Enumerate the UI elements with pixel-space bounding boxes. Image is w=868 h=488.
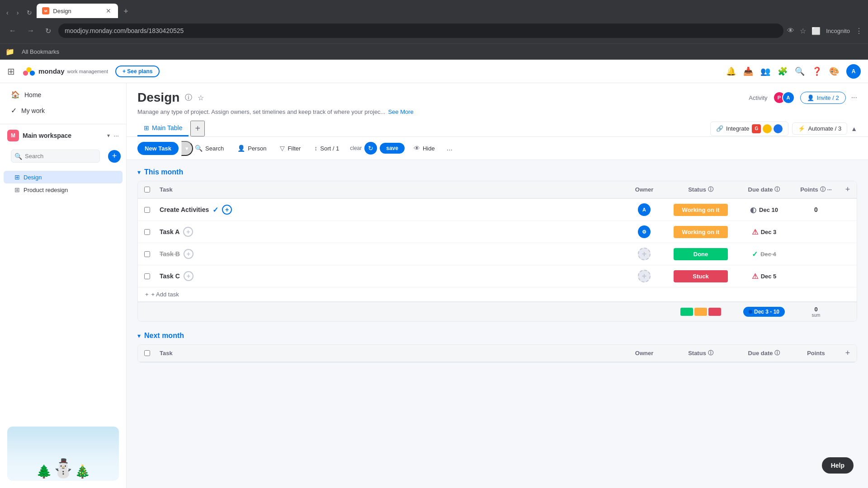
hide-button[interactable]: 👁 Hide [409, 142, 439, 155]
help-top-icon[interactable]: ❓ [812, 66, 822, 76]
row-checkbox-2[interactable] [144, 229, 150, 235]
owner-avatar-2[interactable]: ⚙ [638, 225, 651, 238]
extensions-icon[interactable]: ⋮ [855, 27, 863, 35]
board-info-icon[interactable]: ⓘ [185, 93, 192, 103]
points-info-icon: ⓘ [820, 186, 826, 193]
search-button[interactable]: 🔍 Search [190, 142, 228, 155]
see-plans-button[interactable]: + See plans [115, 66, 160, 77]
bookmarks-label[interactable]: All Bookmarks [18, 47, 63, 56]
nm-header-add[interactable]: + [839, 348, 857, 358]
group-toggle-this-month[interactable]: ▾ [137, 169, 141, 176]
workspace-name: Main workspace [23, 132, 104, 139]
home-icon: 🏠 [11, 90, 20, 99]
sidebar-item-product-redesign[interactable]: ⊞ Product redesign [4, 183, 123, 196]
owner-avatar-3[interactable]: + [638, 248, 651, 260]
back-button[interactable]: ← [5, 24, 20, 38]
status-badge-2[interactable]: Working on it [674, 226, 728, 238]
automate-button[interactable]: ⚡ Automate / 3 [792, 122, 847, 135]
gmail-icon: G [752, 124, 761, 133]
sidebar-search-input[interactable] [11, 150, 100, 163]
new-tab-button[interactable]: + [120, 5, 132, 18]
row-points-3 [793, 249, 839, 258]
sidebar-add-button[interactable]: + [108, 150, 121, 163]
filter-circle-icon[interactable]: ↻ [364, 142, 377, 155]
address-input[interactable]: moodjoy.monday.com/boards/1830420525 [58, 23, 783, 38]
forward-button[interactable]: → [24, 24, 38, 38]
collapse-button[interactable]: ▲ [851, 125, 857, 132]
nm-header-checkbox[interactable] [144, 350, 150, 356]
sidebar-item-home[interactable]: 🏠 Home [4, 87, 123, 103]
workspace-more-icon[interactable]: ··· [113, 132, 119, 139]
user-avatar[interactable]: A [846, 64, 861, 79]
cast-icon[interactable]: ⬜ [811, 27, 821, 35]
row-checkbox-3[interactable] [144, 251, 150, 257]
palette-icon[interactable]: 🎨 [829, 66, 839, 76]
tab-add-button[interactable]: + [190, 121, 205, 136]
owner-avatar-1[interactable]: A [638, 203, 651, 216]
tab-close-button[interactable]: ✕ [104, 7, 113, 15]
people-icon[interactable]: 👥 [760, 66, 770, 76]
due-date-4[interactable]: Dec 5 [761, 273, 777, 280]
task-person-add-2[interactable]: + [183, 227, 193, 237]
table-row: Task B + + Done [138, 243, 857, 265]
due-date-1[interactable]: Dec 10 [759, 206, 778, 213]
save-filter-button[interactable]: save [380, 143, 405, 154]
task-person-add-3[interactable]: + [184, 249, 193, 259]
tab-prev-button[interactable]: ‹ [4, 7, 11, 18]
task-person-add-1[interactable]: + [222, 205, 232, 215]
row-checkbox-1[interactable] [144, 207, 150, 213]
header-add-col[interactable]: + [839, 185, 857, 194]
summary-dot-orange [694, 308, 707, 316]
task-name-1[interactable]: Create Activities [160, 206, 209, 213]
search-top-icon[interactable]: 🔍 [795, 66, 805, 76]
filter-button[interactable]: ▽ Filter [275, 142, 305, 155]
status-badge-3[interactable]: Done [674, 248, 728, 260]
points-more-icon[interactable]: ··· [827, 187, 832, 193]
status-badge-4[interactable]: Stuck [674, 270, 728, 282]
workspace-header[interactable]: M Main workspace ▾ ··· [0, 126, 126, 145]
new-task-button[interactable]: New Task [137, 142, 179, 155]
header-checkbox[interactable] [144, 187, 150, 192]
help-button[interactable]: Help [822, 457, 854, 474]
tab-main-table[interactable]: ⊞ Main Table [137, 121, 189, 136]
tab-next-button[interactable]: › [14, 7, 22, 18]
sort-button[interactable]: ↕ Sort / 1 [310, 142, 344, 155]
workspace-icon: M [7, 130, 19, 141]
due-date-3[interactable]: Dec 4 [760, 251, 776, 258]
status-badge-1[interactable]: Working on it [674, 204, 728, 216]
header-duedate-col: Due date ⓘ [735, 181, 793, 198]
sidebar-item-mywork[interactable]: ✓ My work [4, 103, 123, 118]
board-star-icon[interactable]: ☆ [198, 94, 204, 102]
integrate-button[interactable]: 🔗 Integrate G [710, 122, 788, 136]
task-name-4[interactable]: Task C [160, 272, 180, 280]
task-name-3[interactable]: Task B [160, 250, 180, 258]
group-toggle-next-month[interactable]: ▾ [137, 332, 141, 339]
person-filter-button[interactable]: 👤 Person [233, 142, 271, 155]
star-icon[interactable]: ☆ [800, 27, 806, 35]
clear-filter-link[interactable]: clear [350, 145, 362, 151]
row-owner-2: ⚙ [622, 221, 667, 243]
reload-button[interactable]: ↻ [42, 24, 55, 38]
active-tab[interactable]: M Design ✕ [37, 4, 118, 18]
header-owner-col: Owner [622, 182, 667, 197]
add-task-row[interactable]: + + Add task [138, 287, 857, 301]
task-name-2[interactable]: Task A [160, 228, 179, 235]
inbox-icon[interactable]: 📥 [743, 66, 753, 76]
task-complete-icon-1[interactable]: ✓ [212, 206, 218, 214]
row-duedate-4: ⚠ Dec 5 [735, 267, 793, 285]
due-date-2[interactable]: Dec 3 [761, 229, 777, 235]
toolbar-more-button[interactable]: ... [444, 141, 455, 155]
sidebar-item-design[interactable]: ⊞ Design [4, 171, 123, 183]
task-person-add-4[interactable]: + [184, 271, 193, 281]
apps-grid-icon[interactable]: ⊞ [7, 66, 15, 77]
apps-icon[interactable]: 🧩 [778, 66, 788, 76]
nm-header-task: Task [156, 345, 622, 361]
owner-avatar-4[interactable]: + [638, 270, 651, 282]
notifications-icon[interactable]: 🔔 [726, 66, 736, 76]
row-status-4: Stuck [667, 268, 735, 284]
row-checkbox-4[interactable] [144, 273, 150, 279]
invite-button[interactable]: 👤 Invite / 2 [800, 92, 846, 104]
see-more-link[interactable]: See More [388, 108, 413, 115]
tab-refresh-button[interactable]: ↻ [24, 7, 35, 18]
board-more-button[interactable]: ··· [851, 94, 857, 102]
